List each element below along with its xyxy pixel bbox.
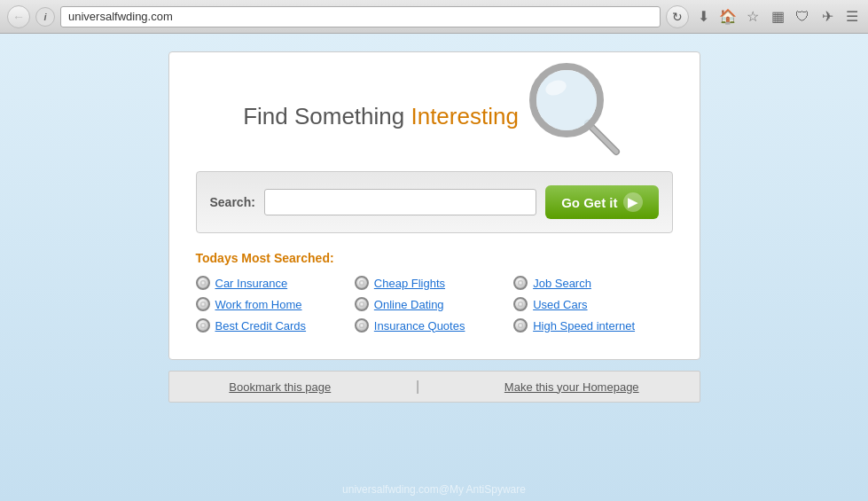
bullet-icon [513,297,528,311]
svg-line-1 [588,123,616,152]
bookmark-link[interactable]: Bookmark this page [229,380,331,394]
bullet-icon [513,318,528,333]
most-searched-heading: Todays Most Searched: [196,251,673,265]
menu-icon[interactable]: ☰ [843,8,861,25]
svg-point-3 [536,70,597,130]
list-item: High Speed internet [513,318,672,333]
back-button[interactable]: ← [7,5,30,28]
download-icon[interactable]: ⬇ [694,8,712,25]
bullet-icon [196,276,210,290]
link-job-search[interactable]: Job Search [533,277,591,290]
send-icon[interactable]: ✈ [818,8,836,25]
footer-divider: | [416,379,419,395]
link-best-credit-cards[interactable]: Best Credit Cards [215,319,307,333]
reload-icon: ↻ [672,10,683,24]
list-item: Best Credit Cards [196,318,355,333]
list-item: Online Dating [355,297,513,311]
search-btn-arrow-icon: ▶ [623,192,643,212]
list-item: Cheap Flights [355,276,513,290]
watermark-text: universalfwding.com@My AntiSpyware [342,483,526,496]
browser-toolbar: ← i universalfwding.com ↻ ⬇ 🏠 ☆ ▦ 🛡 ✈ ☰ [0,0,868,34]
search-btn-label: Go Get it [561,195,617,210]
bullet-icon [355,318,369,333]
hero-section: Find Something Interesting [196,70,673,162]
link-used-cars[interactable]: Used Cars [533,298,587,311]
link-car-insurance[interactable]: Car Insurance [215,277,288,290]
search-input[interactable] [264,189,536,215]
page-content: Find Something Interesting Search: [0,34,868,501]
link-high-speed-internet[interactable]: High Speed internet [533,319,635,333]
list-item: Job Search [513,276,672,290]
list-item: Work from Home [196,297,355,311]
bullet-icon [196,297,210,311]
toolbar-icons: ⬇ 🏠 ☆ ▦ 🛡 ✈ ☰ [694,8,861,25]
hero-title-plain: Find Something [243,103,411,129]
info-button[interactable]: i [35,7,55,27]
link-insurance-quotes[interactable]: Insurance Quotes [374,319,465,333]
list-item: Car Insurance [196,276,355,290]
bullet-icon [196,318,210,333]
link-cheap-flights[interactable]: Cheap Flights [374,277,445,290]
home-icon[interactable]: 🏠 [719,8,737,25]
list-item: Used Cars [513,297,672,311]
hero-title-accent: Interesting [411,103,518,129]
footer-bar: Bookmark this page | Make this your Home… [168,371,700,403]
most-searched-section: Todays Most Searched: Car Insurance Chea… [196,251,673,333]
url-text: universalfwding.com [68,10,173,23]
search-button[interactable]: Go Get it ▶ [545,185,658,219]
bullet-icon [513,276,528,290]
bullet-icon [355,276,369,290]
bullet-icon [355,297,369,311]
hero-title-container: Find Something Interesting [243,103,519,130]
homepage-link[interactable]: Make this your Homepage [504,380,639,394]
reading-view-icon[interactable]: ▦ [769,8,786,25]
links-grid: Car Insurance Cheap Flights Job Search W… [196,276,673,333]
bookmark-icon[interactable]: ☆ [744,8,762,25]
search-container: Search: Go Get it ▶ [196,171,673,233]
magnifier-icon [528,61,625,162]
link-online-dating[interactable]: Online Dating [374,298,444,311]
link-work-from-home[interactable]: Work from Home [215,298,302,311]
list-item: Insurance Quotes [355,318,513,333]
reload-button[interactable]: ↻ [666,5,689,28]
shield-icon[interactable]: 🛡 [794,9,811,25]
main-card: Find Something Interesting Search: [168,51,700,360]
watermark: universalfwding.com@My AntiSpyware [342,483,526,501]
search-label: Search: [210,195,255,209]
address-bar[interactable]: universalfwding.com [60,6,661,27]
